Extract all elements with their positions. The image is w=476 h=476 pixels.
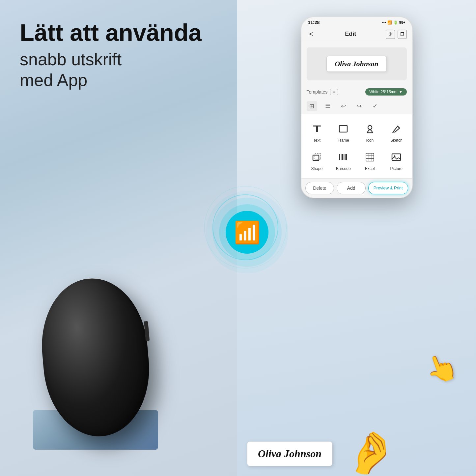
right-panel: 11:28 ▪▪▪ 📶 🔋 98+ < Edit ① ❐ Oliva Johns… — [237, 0, 476, 476]
print-button[interactable]: Preview & Print — [368, 182, 408, 194]
picture-icon — [389, 150, 404, 164]
tool-barcode-label: Barcode — [336, 166, 351, 171]
tool-barcode[interactable]: Barcode — [330, 147, 356, 174]
tool-frame[interactable]: Frame — [330, 118, 356, 146]
hand-holding-icon: 🤌 — [342, 426, 399, 476]
redo-icon[interactable]: ↪ — [354, 101, 365, 111]
printed-label-area: Oliva Johnson 🤌 — [247, 441, 385, 469]
label-sticker[interactable]: Oliva Johnson — [326, 56, 387, 72]
shape-icon — [310, 150, 324, 164]
subline-line1: snabb utskrift — [20, 50, 122, 69]
svg-rect-8 — [342, 154, 343, 160]
svg-rect-10 — [345, 154, 346, 160]
svg-rect-12 — [366, 153, 374, 161]
battery-level: 98+ — [399, 20, 406, 24]
barcode-icon — [336, 150, 350, 164]
app-title: Edit — [345, 31, 356, 38]
dropdown-arrow-icon: ▼ — [399, 90, 403, 94]
svg-rect-11 — [346, 154, 347, 160]
battery-icon: 🔋 — [393, 20, 398, 25]
bluetooth-icon: 📶 — [234, 222, 261, 243]
tool-picture[interactable]: Picture — [383, 147, 409, 174]
svg-rect-6 — [339, 154, 340, 160]
undo-icon[interactable]: ↩ — [338, 101, 349, 111]
printed-label-text: Oliva Johnson — [258, 448, 322, 460]
size-label: White 25*15mm — [369, 90, 397, 94]
tool-excel[interactable]: Excel — [357, 147, 383, 174]
action-row: Delete Add Preview & Print — [301, 178, 412, 198]
left-panel: Lätt att använda snabb utskrift med App … — [0, 0, 237, 476]
printed-label: Oliva Johnson — [247, 441, 332, 466]
frame-icon — [336, 122, 350, 136]
status-icons: ▪▪▪ 📶 🔋 98+ — [382, 20, 405, 25]
bluetooth-circle: 📶 — [226, 211, 268, 254]
list-view-icon[interactable]: ☰ — [322, 101, 333, 111]
status-time: 11:28 — [308, 20, 320, 25]
wifi-icon: 📶 — [387, 20, 392, 25]
tool-text[interactable]: Text — [304, 118, 330, 146]
delete-button[interactable]: Delete — [305, 182, 334, 194]
tool-shape[interactable]: Shape — [304, 147, 330, 174]
add-button[interactable]: Add — [337, 182, 366, 194]
tool-picture-label: Picture — [390, 166, 403, 171]
device-container — [26, 265, 165, 450]
subline: snabb utskrift med App — [20, 49, 221, 90]
back-button[interactable]: < — [307, 29, 316, 39]
tool-sketch-label: Sketch — [390, 138, 403, 143]
header-icons: ① ❐ — [386, 30, 407, 39]
grid-view-icon[interactable]: ⊞ — [307, 101, 317, 111]
tool-frame-label: Frame — [338, 138, 349, 143]
size-badge[interactable]: White 25*15mm ▼ — [365, 88, 406, 96]
layers-icon[interactable]: ① — [386, 30, 395, 39]
svg-rect-2 — [339, 126, 347, 132]
headline: Lätt att använda — [20, 20, 221, 46]
cursor-hand: 👆 — [421, 348, 462, 389]
subline-line2: med App — [20, 70, 87, 90]
text-icon — [310, 122, 324, 136]
svg-rect-1 — [316, 126, 318, 132]
sketch-icon — [389, 122, 404, 136]
tool-excel-label: Excel — [365, 166, 375, 171]
toolbar: ⊞ ☰ ↩ ↪ ✓ — [301, 98, 412, 114]
excel-icon — [363, 150, 377, 164]
app-header: < Edit ① ❐ — [301, 26, 412, 42]
label-text: Oliva Johnson — [335, 60, 378, 68]
template-label: Templates — [307, 89, 328, 95]
icon-tool-icon — [363, 122, 377, 136]
signal-icon: ▪▪▪ — [382, 20, 386, 24]
tool-shape-label: Shape — [311, 166, 322, 171]
tool-sketch[interactable]: Sketch — [383, 118, 409, 146]
tool-text-label: Text — [313, 138, 321, 143]
tool-icon[interactable]: Icon — [357, 118, 383, 146]
copy-icon[interactable]: ❐ — [398, 30, 407, 39]
status-bar: 11:28 ▪▪▪ 📶 🔋 98+ — [301, 17, 412, 26]
phone-mockup: 11:28 ▪▪▪ 📶 🔋 98+ < Edit ① ❐ Oliva Johns… — [301, 16, 413, 198]
label-preview-area: Oliva Johnson — [307, 47, 407, 80]
template-row: Templates ⚙ White 25*15mm ▼ — [301, 86, 412, 98]
svg-rect-17 — [392, 154, 401, 160]
tool-icon-label: Icon — [366, 138, 374, 143]
svg-rect-9 — [344, 154, 344, 160]
svg-rect-5 — [315, 154, 321, 159]
template-settings-icon[interactable]: ⚙ — [330, 89, 338, 95]
svg-rect-7 — [341, 154, 342, 160]
check-icon[interactable]: ✓ — [370, 101, 380, 111]
svg-point-3 — [368, 126, 372, 129]
svg-rect-4 — [313, 155, 319, 160]
tool-grid: Text Frame Icon Sketch — [301, 114, 412, 178]
